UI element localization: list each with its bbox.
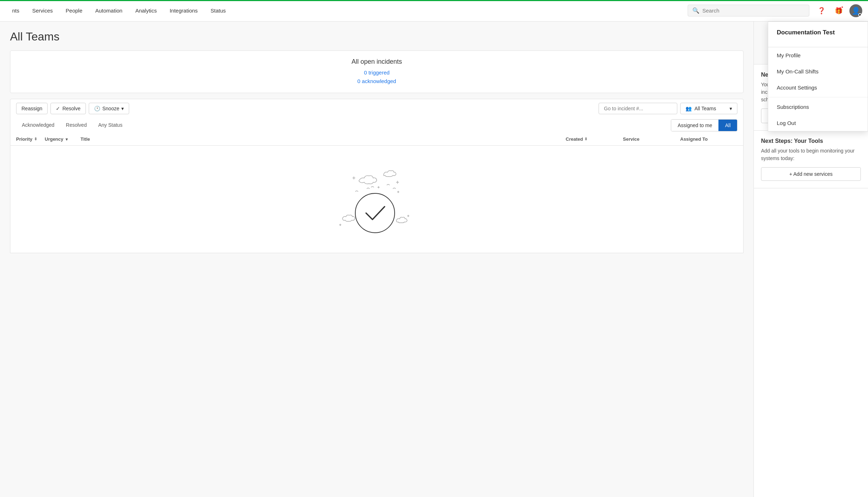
progress-bar <box>0 0 868 1</box>
col-created[interactable]: Created ⬍ <box>566 136 623 142</box>
col-assigned: Assigned To <box>680 136 737 142</box>
dropdown-log-out[interactable]: Log Out <box>768 115 868 131</box>
chevron-down-icon: ▾ <box>730 106 732 111</box>
col-service: Service <box>623 136 680 142</box>
triggered-link[interactable]: 0 triggered <box>20 68 733 77</box>
search-input[interactable] <box>702 8 805 14</box>
dropdown-user-name: Documentation Test <box>777 29 859 36</box>
reassign-button[interactable]: Reassign <box>16 103 48 114</box>
empty-state <box>10 146 743 253</box>
team-icon: 👥 <box>686 106 692 111</box>
empty-illustration <box>337 163 416 236</box>
priority-label: Priority <box>16 136 33 142</box>
checkmark-icon: ✓ <box>56 106 60 111</box>
dropdown-divider <box>768 97 868 97</box>
col-priority[interactable]: Priority ⬍ <box>16 136 45 142</box>
resolve-button[interactable]: ✓ Resolve <box>50 103 86 114</box>
tools-title: Next Steps: Your Tools <box>761 138 861 144</box>
acknowledged-link[interactable]: 0 acknowledged <box>20 77 733 86</box>
created-label: Created <box>566 136 583 142</box>
table-header: Priority ⬍ Urgency ▼ Title Created ⬍ Ser… <box>10 133 743 146</box>
urgency-filter-icon: ▼ <box>65 137 69 141</box>
dropdown-subscriptions[interactable]: Subscriptions <box>768 99 868 115</box>
chevron-down-icon: ▾ <box>121 106 124 111</box>
created-sort-icon: ⬍ <box>584 137 587 141</box>
top-navigation: nts Services People Automation Analytics… <box>0 0 868 21</box>
dropdown-my-on-call-shifts[interactable]: My On-Call Shifts <box>768 63 868 79</box>
gift-button[interactable]: 🎁 <box>832 4 845 17</box>
team-label: All Teams <box>694 106 716 111</box>
tab-acknowledged[interactable]: Acknowledged <box>16 118 60 133</box>
tools-card: Next Steps: Your Tools Add all your tool… <box>754 131 868 188</box>
col-title: Title <box>81 136 566 142</box>
resolve-label: Resolve <box>62 106 81 111</box>
search-box[interactable]: 🔍 <box>688 5 809 16</box>
clock-icon: 🕐 <box>94 106 100 111</box>
user-dropdown-menu: Documentation Test My Profile My On-Call… <box>768 21 868 131</box>
priority-sort-icon: ⬍ <box>34 137 37 141</box>
goto-incident-input[interactable] <box>599 103 677 114</box>
assigned-to-label: Assigned To <box>680 136 708 142</box>
nav-link-analytics[interactable]: Analytics <box>129 0 163 21</box>
user-avatar[interactable]: 👤 <box>849 4 862 17</box>
svg-point-8 <box>355 193 395 233</box>
tab-resolved[interactable]: Resolved <box>60 118 92 133</box>
add-services-label: + Add new services <box>789 171 833 177</box>
incidents-toolbar: Reassign ✓ Resolve 🕐 Snooze ▾ 👥 All Team… <box>10 99 743 118</box>
snooze-button[interactable]: 🕐 Snooze ▾ <box>89 103 129 114</box>
assign-all-button[interactable]: All <box>718 120 737 131</box>
snooze-label: Snooze <box>102 106 119 111</box>
content-area: All Teams All open incidents 0 triggered… <box>0 21 754 497</box>
nav-link-incidents[interactable]: nts <box>6 0 26 21</box>
empty-state-svg <box>337 163 416 235</box>
dropdown-account-settings[interactable]: Account Settings <box>768 79 868 96</box>
tools-body: Add all your tools to begin monitoring y… <box>761 147 861 162</box>
tab-any-status[interactable]: Any Status <box>92 118 128 133</box>
incidents-summary: All open incidents 0 triggered 0 acknowl… <box>10 50 743 93</box>
question-icon: ❓ <box>818 7 825 15</box>
nav-links: nts Services People Automation Analytics… <box>6 0 232 21</box>
help-button[interactable]: ❓ <box>815 4 828 17</box>
nav-link-services[interactable]: Services <box>26 0 59 21</box>
page-title: All Teams <box>10 30 743 43</box>
reassign-label: Reassign <box>21 106 42 111</box>
dropdown-my-profile[interactable]: My Profile <box>768 47 868 63</box>
assign-to-me-button[interactable]: Assigned to me <box>671 120 719 131</box>
nav-link-status[interactable]: Status <box>204 0 233 21</box>
nav-icons: ❓ 🎁 👤 <box>815 4 862 17</box>
assign-toggle: Assigned to me All <box>671 119 737 131</box>
nav-link-automation[interactable]: Automation <box>89 0 129 21</box>
urgency-label: Urgency <box>45 136 63 142</box>
notification-dot <box>841 6 844 9</box>
add-services-button[interactable]: + Add new services <box>761 167 861 181</box>
nav-link-people[interactable]: People <box>59 0 89 21</box>
status-tabs: Acknowledged Resolved Any Status Assigne… <box>10 118 743 133</box>
col-urgency[interactable]: Urgency ▼ <box>45 136 81 142</box>
service-label: Service <box>623 136 639 142</box>
main-layout: All Teams All open incidents 0 triggered… <box>0 21 868 497</box>
search-icon: 🔍 <box>692 7 699 14</box>
nav-link-integrations[interactable]: Integrations <box>163 0 204 21</box>
dropdown-header: Documentation Test <box>768 22 868 47</box>
title-label: Title <box>81 136 90 142</box>
team-selector[interactable]: 👥 All Teams ▾ <box>680 103 737 114</box>
incidents-summary-title: All open incidents <box>20 58 733 66</box>
avatar-status-dot <box>858 13 862 16</box>
